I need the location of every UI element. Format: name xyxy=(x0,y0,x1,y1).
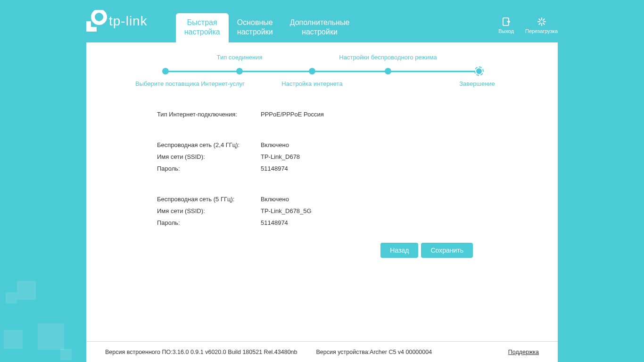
footer: Версия встроенного ПО:3.16.0 0.9.1 v6020… xyxy=(86,341,558,362)
row-conn-type: Тип Интернет-подключения: PPPoE/PPPoE Ро… xyxy=(157,108,487,120)
svg-line-9 xyxy=(543,23,544,25)
logout-button[interactable]: Выход xyxy=(498,17,514,34)
wizard-label-5: Завершение xyxy=(459,80,495,87)
conn-type-label: Тип Интернет-подключения: xyxy=(157,111,261,118)
bg-decor xyxy=(17,281,36,300)
wizard-node-4[interactable] xyxy=(385,68,391,74)
reboot-label: Перезагрузка xyxy=(525,28,558,34)
w5-ssid-value: TP-Link_D678_5G xyxy=(261,207,487,214)
wizard-node-3[interactable] xyxy=(309,68,315,74)
logout-icon xyxy=(502,17,511,26)
wizard-label-2: Тип соединения xyxy=(217,54,263,61)
firmware-version: Версия встроенного ПО:3.16.0 0.9.1 v6020… xyxy=(105,349,297,355)
hardware-version: Версия устройства:Archer C5 v4 00000004 xyxy=(316,349,432,355)
wizard-label-3: Настройка интернета xyxy=(281,80,342,87)
reboot-icon xyxy=(537,17,546,26)
wizard-label-1: Выберите поставщика Интернет-услуг xyxy=(135,80,245,87)
tplink-icon xyxy=(86,10,107,33)
row-5-status: Беспроводная сеть (5 ГГц): Включено xyxy=(157,193,487,205)
w5-value: Включено xyxy=(261,196,487,203)
w5-pwd-label: Пароль: xyxy=(157,219,261,226)
svg-line-11 xyxy=(539,23,540,25)
svg-rect-2 xyxy=(86,27,97,32)
row-24-ssid: Имя сети (SSID): TP-Link_D678 xyxy=(157,151,487,163)
w24-ssid-label: Имя сети (SSID): xyxy=(157,153,261,160)
w5-label: Беспроводная сеть (5 ГГц): xyxy=(157,196,261,203)
brand-logo: tp-link xyxy=(86,10,148,33)
wizard-node-1[interactable] xyxy=(162,68,169,74)
wizard-line xyxy=(164,71,480,72)
wizard-node-2[interactable] xyxy=(236,68,243,74)
brand-text: tp-link xyxy=(109,14,148,29)
wizard-node-5[interactable] xyxy=(474,66,484,76)
row-24-status: Беспроводная сеть (2,4 ГГц): Включено xyxy=(157,139,487,151)
main-panel: Выберите поставщика Интернет-услуг Тип с… xyxy=(86,42,558,341)
row-5-pwd: Пароль: 51148974 xyxy=(157,217,487,229)
w24-ssid-value: TP-Link_D678 xyxy=(261,153,487,160)
logout-label: Выход xyxy=(498,28,514,34)
w5-pwd-value: 51148974 xyxy=(261,219,487,226)
conn-type-value: PPPoE/PPPoE Россия xyxy=(261,111,487,118)
tab-advanced[interactable]: Дополнительные настройки xyxy=(281,13,358,42)
tab-quick-setup[interactable]: Быстрая настройка xyxy=(176,13,229,42)
w24-label: Беспроводная сеть (2,4 ГГц): xyxy=(157,141,261,148)
bg-decor xyxy=(4,330,23,349)
wizard-steps: Выберите поставщика Интернет-услуг Тип с… xyxy=(157,42,487,85)
save-button[interactable]: Сохранить xyxy=(421,243,473,258)
bg-decor xyxy=(60,349,72,360)
w5-ssid-label: Имя сети (SSID): xyxy=(157,207,261,214)
wizard-label-4: Настройки беспроводного режима xyxy=(339,54,437,61)
w24-pwd-label: Пароль: xyxy=(157,165,261,172)
row-5-ssid: Имя сети (SSID): TP-Link_D678_5G xyxy=(157,205,487,217)
svg-point-0 xyxy=(93,11,105,23)
w24-pwd-value: 51148974 xyxy=(261,165,487,172)
reboot-button[interactable]: Перезагрузка xyxy=(525,17,558,34)
support-link[interactable]: Поддержка xyxy=(508,349,539,355)
row-24-pwd: Пароль: 51148974 xyxy=(157,163,487,174)
svg-line-8 xyxy=(539,19,540,20)
back-button[interactable]: Назад xyxy=(380,243,418,258)
svg-line-10 xyxy=(543,19,544,20)
w24-value: Включено xyxy=(261,141,487,148)
summary-content: Тип Интернет-подключения: PPPoE/PPPoE Ро… xyxy=(157,99,487,229)
tab-basic[interactable]: Основные настройки xyxy=(229,13,281,42)
bg-decor xyxy=(6,292,17,304)
bg-decor xyxy=(38,323,64,350)
